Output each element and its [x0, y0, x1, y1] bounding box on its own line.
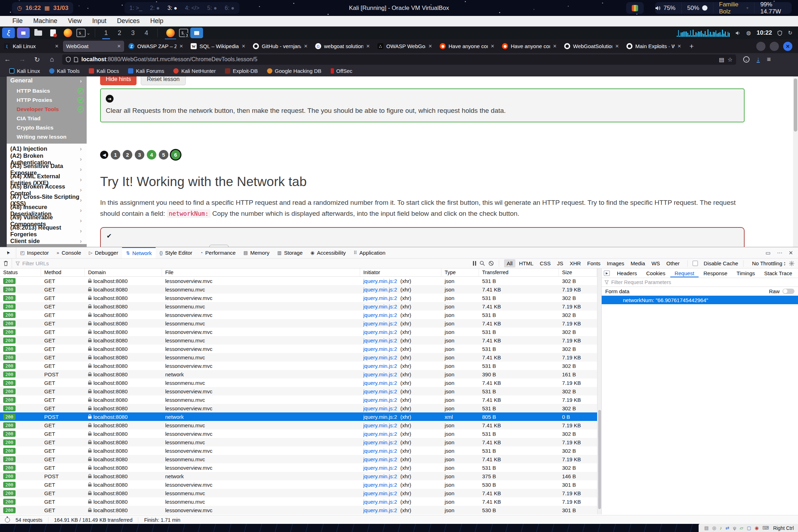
bookmark-item[interactable]: Exploit-DB	[225, 68, 258, 74]
search-icon[interactable]	[480, 261, 485, 266]
initiator-link[interactable]: jquery.min.js:2	[363, 499, 397, 505]
initiator-link[interactable]: jquery.min.js:2	[363, 465, 397, 471]
devtools-tab-accessibility[interactable]: ◉Accessibility	[307, 247, 350, 258]
tab-close-icon[interactable]: ✕	[55, 44, 59, 49]
resend-request-icon[interactable]: ▶	[604, 271, 610, 276]
bookmark-item[interactable]: Google Hacking DB	[267, 68, 322, 74]
initiator-link[interactable]: jquery.min.js:2	[363, 312, 397, 318]
network-request-row[interactable]: 200GETlocalhost:8080lessonmenu.mvcjquery…	[0, 353, 597, 362]
tab-close-icon[interactable]: ✕	[366, 44, 370, 49]
network-request-row[interactable]: 200GETlocalhost:8080lessonoverview.mvcjq…	[0, 362, 597, 370]
network-request-row[interactable]: 200GETlocalhost:8080lessonoverview.mvcjq…	[0, 463, 597, 472]
devtools-tab-memory[interactable]: ▤Memory	[239, 247, 273, 258]
devtools-tab-network[interactable]: ⇅Network	[122, 247, 156, 258]
filter-fonts[interactable]: Fonts	[584, 259, 603, 267]
page-pill[interactable]: 1	[111, 150, 120, 160]
throttling-dropdown[interactable]: No Throttling ▴▾	[752, 260, 785, 266]
tab-close-icon[interactable]: ✕	[677, 44, 681, 49]
reload-button[interactable]: ↻	[30, 56, 45, 64]
devtools-tab-performance[interactable]: ◔Performance	[196, 247, 239, 258]
battery-indicator[interactable]: 50%	[681, 2, 713, 14]
filter-other[interactable]: Other	[664, 259, 683, 267]
filter-css[interactable]: CSS	[537, 259, 554, 267]
pick-element-button[interactable]: ➤	[0, 247, 16, 258]
form-data-section-header[interactable]: Form data Raw	[602, 287, 798, 296]
firefox-launcher-icon[interactable]	[62, 28, 74, 38]
browser-tab[interactable]: WebGoatSolutions/S✕	[561, 41, 622, 52]
network-request-row[interactable]: 200GETlocalhost:8080lessonoverview.mvcjq…	[0, 446, 597, 455]
filter-html[interactable]: HTML	[516, 259, 536, 267]
firefox-running-task[interactable]	[164, 28, 177, 38]
keyboard-layout-indicator[interactable]	[626, 2, 644, 14]
tray-speaker-icon[interactable]	[735, 31, 741, 35]
next-hint-icon[interactable]: ➜	[106, 95, 114, 103]
minimize-button[interactable]	[756, 42, 765, 51]
bookmark-item[interactable]: OffSec	[331, 68, 353, 74]
column-header-status[interactable]: Status	[0, 268, 41, 276]
network-request-row[interactable]: 200POSTlocalhost:8080networkjquery.min.j…	[0, 472, 597, 480]
host-workspace[interactable]: 1: >_	[129, 5, 142, 11]
downloads-icon[interactable]: ↓	[757, 56, 760, 63]
close-devtools-icon[interactable]: ✕	[788, 250, 793, 256]
menubar-item-devices[interactable]: Devices	[112, 17, 145, 25]
page-scrollbar[interactable]	[793, 76, 798, 247]
network-request-row[interactable]: 200GETlocalhost:8080lessonmenu.mvcjquery…	[0, 497, 597, 506]
network-request-row[interactable]: 200GETlocalhost:8080lessonmenu.mvcjquery…	[0, 455, 597, 463]
tab-close-icon[interactable]: ✕	[553, 44, 557, 49]
volume-indicator[interactable]: 75%	[649, 2, 681, 14]
tab-close-icon[interactable]: ✕	[117, 44, 121, 49]
bookmark-item[interactable]: Kali NetHunter	[173, 68, 216, 74]
column-header-domain[interactable]: Domain	[85, 268, 162, 276]
initiator-link[interactable]: jquery.min.js:2	[363, 380, 397, 386]
browser-tab[interactable]: Gwebgoat solutions -✕	[312, 41, 373, 52]
raw-toggle[interactable]	[782, 289, 794, 294]
initiator-link[interactable]: jquery.min.js:2	[363, 490, 397, 496]
file-manager-icon[interactable]	[32, 28, 45, 38]
network-request-row[interactable]: 200GETlocalhost:8080lessonoverview.mvcjq…	[0, 387, 597, 395]
form-data-parameter-row[interactable]: networkNum: "66.90761745442964"	[602, 296, 798, 304]
devtools-tab-storage[interactable]: ▥Storage	[273, 247, 307, 258]
initiator-link[interactable]: jquery.min.js:2	[363, 354, 397, 360]
sidebar-lesson-item[interactable]: HTTP Proxies✔	[7, 96, 87, 105]
sidebar-category[interactable]: (A8:2013) Request Forgeries›	[7, 226, 87, 236]
filter-ws[interactable]: WS	[649, 259, 663, 267]
network-request-row[interactable]: 200GETlocalhost:8080lessonoverview.mvcjq…	[0, 506, 597, 514]
network-request-row[interactable]: 200GETlocalhost:8080lessonmenu.mvcjquery…	[0, 285, 597, 294]
initiator-link[interactable]: jquery.min.js:2	[363, 303, 397, 310]
host-workspace[interactable]: 4: </>	[185, 5, 200, 11]
more-tools-icon[interactable]: ⋯	[777, 250, 782, 256]
network-request-row[interactable]: 200GETlocalhost:8080lessonoverview.mvcjq…	[0, 480, 597, 489]
tab-close-icon[interactable]: ✕	[615, 44, 619, 49]
terminal-launcher-icon[interactable]: $_	[76, 29, 86, 37]
initiator-link[interactable]: jquery.min.js:2	[363, 363, 397, 369]
network-request-row[interactable]: 200GETlocalhost:8080lessonoverview.mvcjq…	[0, 429, 597, 438]
kali-menu-button[interactable]: ξ	[2, 28, 15, 38]
request-panel-tab-cookies[interactable]: Cookies	[642, 269, 670, 277]
network-request-row[interactable]: 200GETlocalhost:8080lessonoverview.mvcjq…	[0, 311, 597, 319]
menubar-item-view[interactable]: View	[63, 17, 87, 25]
initiator-link[interactable]: jquery.min.js:2	[363, 320, 397, 326]
taskbar-workspace[interactable]: 4	[140, 27, 153, 39]
sidebar-lesson-item[interactable]: Developer Tools✔	[7, 105, 87, 114]
forward-button[interactable]: →	[15, 56, 30, 63]
network-request-row[interactable]: 200GETlocalhost:8080lessonmenu.mvcjquery…	[0, 438, 597, 446]
filter-request-parameters-input[interactable]: Filter Request Parameters	[602, 278, 798, 287]
taskbar-workspace[interactable]: 3	[126, 27, 140, 39]
url-bar[interactable]: localhost:8080/WebGoat/start.mvc#lesson/…	[62, 54, 736, 65]
tray-shield-icon[interactable]	[777, 30, 782, 36]
bookmark-item[interactable]: Kali Docs	[89, 68, 119, 74]
tab-close-icon[interactable]: ✕	[428, 44, 432, 49]
guest-clock[interactable]: 10:22	[757, 29, 772, 36]
page-pill[interactable]: 4	[147, 150, 156, 160]
initiator-link[interactable]: jquery.min.js:2	[363, 507, 397, 513]
file-manager-running-task[interactable]	[190, 28, 203, 38]
network-settings-gear-icon[interactable]	[789, 261, 794, 266]
reader-mode-icon[interactable]: ▤	[719, 56, 724, 63]
disable-cache-checkbox[interactable]	[693, 261, 698, 266]
sidebar-lesson-item[interactable]: HTTP Basics✔	[7, 86, 87, 96]
taskbar-workspace[interactable]: 1	[99, 27, 113, 39]
initiator-link[interactable]: jquery.min.js:2	[363, 295, 397, 301]
network-request-row[interactable]: 200GETlocalhost:8080lessonoverview.mvcjq…	[0, 277, 597, 285]
filter-images[interactable]: Images	[604, 259, 627, 267]
sidebar-lesson-item[interactable]: Crypto Basics	[7, 123, 87, 132]
